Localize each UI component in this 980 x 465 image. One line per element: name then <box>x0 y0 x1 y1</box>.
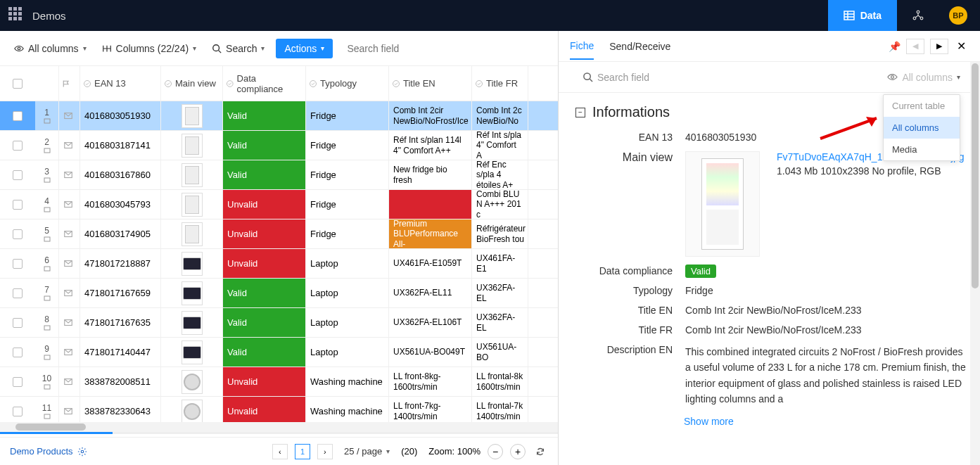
avatar[interactable]: BP <box>949 6 967 25</box>
row-flag[interactable] <box>59 249 80 278</box>
visible-columns-button[interactable]: All columns ▾ <box>10 40 91 57</box>
row-flag[interactable] <box>59 367 80 396</box>
header-mainview[interactable]: Main view <box>161 66 223 101</box>
row-flag[interactable] <box>59 190 80 219</box>
show-more-link[interactable]: Show more <box>559 412 980 427</box>
search-button[interactable]: Search ▾ <box>208 40 269 57</box>
header-typology[interactable]: Typology <box>306 66 389 101</box>
cell-image[interactable] <box>161 190 223 219</box>
row-checkbox[interactable] <box>13 229 23 239</box>
cell-title-en <box>389 190 472 219</box>
cell-image[interactable] <box>161 249 223 278</box>
actions-button[interactable]: Actions ▾ <box>276 39 333 58</box>
row-flag[interactable] <box>59 279 80 307</box>
apps-grid-icon[interactable] <box>8 7 25 24</box>
table-row[interactable]: 113838782330643UnvalidWashing machineLL … <box>0 397 558 422</box>
row-checkbox[interactable] <box>13 259 23 269</box>
row-checkbox[interactable] <box>13 377 23 387</box>
collapse-icon[interactable]: − <box>575 108 585 117</box>
row-flag[interactable] <box>59 131 80 160</box>
cell-image[interactable] <box>161 101 223 130</box>
row-checkbox[interactable] <box>13 288 23 298</box>
row-checkbox[interactable] <box>13 141 23 151</box>
tab-send[interactable]: Send/Receive <box>609 34 670 59</box>
row-checkbox[interactable] <box>13 318 23 328</box>
row-flag[interactable] <box>59 308 80 337</box>
row-flag[interactable] <box>59 160 80 189</box>
row-checkbox[interactable] <box>13 111 23 121</box>
svg-point-1 <box>917 11 919 13</box>
cell-image[interactable] <box>161 308 223 337</box>
header-compliance[interactable]: Data compliance <box>223 66 306 101</box>
table-row[interactable]: 64718017218887UnvalidLaptopUX461FA-E1059… <box>0 249 558 279</box>
select-all-checkbox[interactable] <box>13 79 23 89</box>
columns-button[interactable]: Columns (22/24) ▾ <box>98 40 201 57</box>
header-ean[interactable]: EAN 13 <box>80 66 161 101</box>
table-row[interactable]: 54016803174905UnvalidFridgePremium BLUPe… <box>0 219 558 249</box>
cell-ean: 4718017167659 <box>80 279 161 307</box>
cell-image[interactable] <box>161 367 223 396</box>
zoom-in[interactable]: + <box>510 444 526 459</box>
dropdown-all-columns[interactable]: All columns <box>884 117 960 139</box>
row-index: 1 <box>35 101 59 130</box>
page-prev[interactable]: ‹ <box>272 444 288 459</box>
cell-image[interactable] <box>161 131 223 160</box>
row-checkbox[interactable] <box>13 407 23 416</box>
cell-image[interactable] <box>161 160 223 189</box>
check-circle-icon <box>83 79 91 88</box>
cell-compliance: Unvalid <box>223 219 306 248</box>
row-flag[interactable] <box>59 338 80 367</box>
header-title-fr[interactable]: Title FR <box>472 66 528 101</box>
tab-fiche[interactable]: Fiche <box>570 33 594 60</box>
dropdown-current-table[interactable]: Current table <box>884 95 960 117</box>
svg-rect-26 <box>44 326 50 330</box>
table-row[interactable]: 14016803051930ValidFridgeComb Int 2cir N… <box>0 101 558 131</box>
table-row[interactable]: 44016803045793UnvalidFridgeCombi BLU N A… <box>0 190 558 219</box>
page-size[interactable]: 25 / page▾ <box>340 443 394 459</box>
table-row[interactable]: 74718017167659ValidLaptopUX362FA-EL11UX3… <box>0 279 558 308</box>
prev-record[interactable]: ◀ <box>906 39 924 54</box>
pin-icon[interactable]: 📌 <box>889 41 901 52</box>
search-input[interactable] <box>340 43 548 54</box>
cell-image[interactable] <box>161 397 223 422</box>
page-next[interactable]: › <box>317 444 333 459</box>
cell-image[interactable] <box>161 279 223 307</box>
table-row[interactable]: 103838782008511UnvalidWashing machineLL … <box>0 367 558 397</box>
cell-title-en: UX461FA-E1059T <box>389 249 472 278</box>
cell-image[interactable] <box>161 219 223 248</box>
row-flag[interactable] <box>59 219 80 248</box>
row-index: 3 <box>35 160 59 189</box>
h-scrollbar[interactable] <box>0 422 558 432</box>
detail-search-placeholder[interactable]: Search field <box>597 72 649 83</box>
row-flag[interactable] <box>59 397 80 422</box>
product-image[interactable] <box>685 151 760 257</box>
cell-typology: Fridge <box>306 101 389 130</box>
header-title-en[interactable]: Title EN <box>389 66 472 101</box>
row-flag[interactable] <box>59 101 80 130</box>
detail-tabs: Fiche Send/Receive 📌 ◀ ▶ ✕ <box>559 31 980 62</box>
close-panel[interactable]: ✕ <box>954 39 969 53</box>
dropdown-media[interactable]: Media <box>884 139 960 160</box>
tab-data[interactable]: Data <box>828 0 897 31</box>
row-checkbox[interactable] <box>13 200 23 210</box>
row-index: 4 <box>35 190 59 219</box>
row-checkbox[interactable] <box>13 348 23 357</box>
tab-diagram[interactable] <box>897 0 939 31</box>
demo-products-link[interactable]: Demo Products <box>10 446 87 457</box>
next-record[interactable]: ▶ <box>930 39 948 54</box>
zoom-out[interactable]: − <box>488 444 503 459</box>
cell-image[interactable] <box>161 338 223 367</box>
table-row[interactable]: 34016803167860ValidFridgeNew fridge bio … <box>0 160 558 190</box>
v-scrollbar[interactable] <box>970 62 980 465</box>
detail-columns-dropdown[interactable]: All columns▾ <box>887 72 960 83</box>
gear-icon <box>77 447 87 457</box>
refresh-button[interactable] <box>533 444 548 459</box>
page-current[interactable]: 1 <box>295 444 310 459</box>
table-row[interactable]: 24016803187141ValidFridgeRéf Int s/plan … <box>0 131 558 160</box>
cell-typology: Fridge <box>306 131 389 160</box>
table-row[interactable]: 84718017167635ValidLaptopUX362FA-EL106TU… <box>0 308 558 338</box>
svg-rect-18 <box>44 208 50 212</box>
progress-bar <box>0 432 113 434</box>
row-checkbox[interactable] <box>13 170 23 180</box>
table-row[interactable]: 94718017140447ValidLaptopUX561UA-BO049TU… <box>0 338 558 367</box>
